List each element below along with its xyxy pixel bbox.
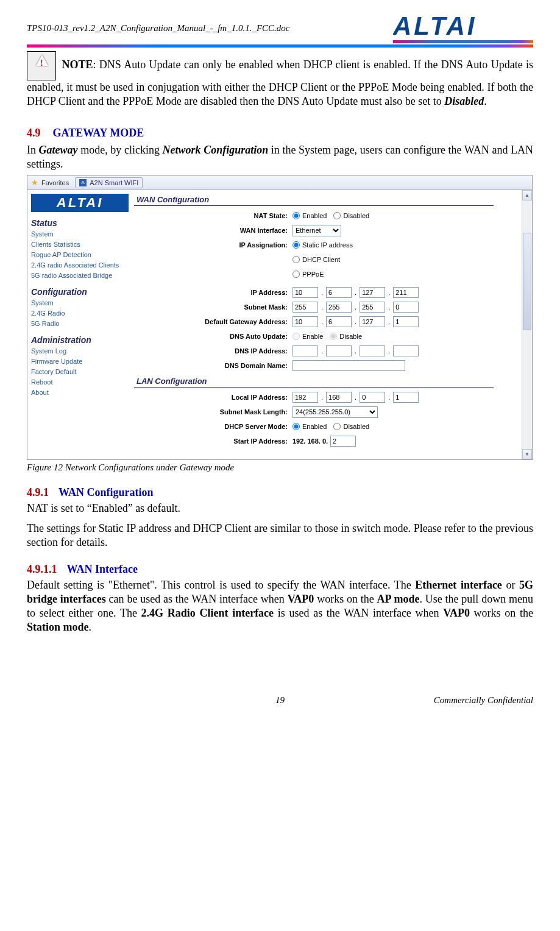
sidebar-heading-configuration: Configuration <box>31 287 134 297</box>
star-icon: ★ <box>30 178 40 188</box>
dns-auto-label: DNS Auto Update: <box>134 333 292 340</box>
note-disabled-word: Disabled <box>444 95 484 107</box>
nat-disabled-radio[interactable] <box>333 212 341 219</box>
sidebar-item-reboot[interactable]: Reboot <box>31 377 134 388</box>
subnet-octet-3[interactable] <box>360 302 385 313</box>
dns-ip-4[interactable] <box>393 345 419 356</box>
sidebar-item-5g-radio[interactable]: 5G Radio <box>31 319 134 329</box>
section-4-9-1-1-heading: 4.9.1.1 WAN Interface <box>27 563 533 576</box>
pppoe-text: PPPoE <box>302 271 324 278</box>
sidebar-item-24g-clients[interactable]: 2.4G radio Associated Clients <box>31 260 134 271</box>
nat-state-label: NAT State: <box>134 212 292 219</box>
dns-ip-1[interactable] <box>292 345 318 356</box>
pppoe-radio[interactable] <box>292 271 300 278</box>
browser-tab[interactable]: A A2N Smart WIFI <box>75 177 143 188</box>
page-footer: 19 Commercially Confidential <box>27 695 533 706</box>
sidebar-heading-status: Status <box>31 218 134 228</box>
subnet-octet-4[interactable] <box>393 302 419 313</box>
sidebar-item-firmware-update[interactable]: Firmware Update <box>31 356 134 367</box>
dns-enable-text: Enable <box>302 333 323 340</box>
wan-config-heading: WAN Configuration <box>134 194 494 206</box>
tab-title: A2N Smart WIFI <box>90 179 138 186</box>
sidebar-heading-administration: Administration <box>31 335 134 345</box>
sidebar-item-clients-statistics[interactable]: Clients Statistics <box>31 239 134 250</box>
embedded-screenshot: ★ Favorites A A2N Smart WIFI ALTAI Statu… <box>27 175 533 460</box>
sidebar-item-24g-radio[interactable]: 2.4G Radio <box>31 308 134 319</box>
section-4-9-intro: In Gateway mode, by clicking Network Con… <box>27 143 533 171</box>
dhcp-client-radio[interactable] <box>292 256 300 263</box>
gw-octet-4[interactable] <box>393 316 419 327</box>
dhcp-server-disabled-text: Disabled <box>343 423 369 430</box>
sidebar-item-rogue-ap[interactable]: Rogue AP Detection <box>31 250 134 260</box>
subsubsection-title: WAN Interface <box>67 563 138 575</box>
truncated-row <box>134 448 522 457</box>
scroll-up-icon[interactable]: ▲ <box>522 190 532 200</box>
subnet-mask-label: Subnet Mask: <box>134 303 292 311</box>
favorites-label: Favorites <box>41 179 69 186</box>
sidebar-item-factory-default[interactable]: Factory Default <box>31 367 134 377</box>
favorites-bar: ★ Favorites A A2N Smart WIFI <box>27 175 532 190</box>
ip-octet-4[interactable] <box>393 287 419 298</box>
main-panel: WAN Configuration NAT State: Enabled Dis… <box>134 190 522 459</box>
start-ip-last-octet[interactable] <box>330 436 356 447</box>
gw-octet-3[interactable] <box>360 316 385 327</box>
dhcp-server-disabled-radio[interactable] <box>333 423 341 430</box>
ip-address-label: IP Address: <box>134 289 292 296</box>
local-ip-4[interactable] <box>393 392 419 403</box>
subsection-number: 4.9.1 <box>27 486 49 498</box>
subnet-octet-2[interactable] <box>326 302 352 313</box>
dns-disable-radio[interactable] <box>330 333 337 340</box>
ip-assignation-label: IP Assignation: <box>134 241 292 249</box>
gw-octet-2[interactable] <box>326 316 352 327</box>
static-ip-radio[interactable] <box>292 241 300 249</box>
dns-disable-text: Disable <box>339 333 362 340</box>
dhcp-server-enabled-radio[interactable] <box>292 423 300 430</box>
ip-octet-2[interactable] <box>326 287 352 298</box>
document-id: TPS10-013_rev1.2_A2N_Configuration_Manua… <box>27 23 290 34</box>
wan-interface-label: WAN Interface: <box>134 227 292 234</box>
nat-enabled-radio[interactable] <box>292 212 300 219</box>
dns-ip-2[interactable] <box>326 345 352 356</box>
local-ip-2[interactable] <box>326 392 352 403</box>
favicon-icon: A <box>79 179 87 186</box>
gw-octet-1[interactable] <box>292 316 318 327</box>
local-ip-3[interactable] <box>360 392 385 403</box>
dns-ip-label: DNS IP Address: <box>134 347 292 355</box>
sidebar-item-system[interactable]: System <box>31 229 134 239</box>
nat-enabled-text: Enabled <box>302 212 327 219</box>
sidebar: ALTAI Status System Clients Statistics R… <box>27 190 134 459</box>
dns-domain-input[interactable] <box>292 360 405 371</box>
warning-icon <box>27 51 56 80</box>
wan-interface-select[interactable]: Ethernet <box>292 225 341 236</box>
local-ip-label: Local IP Address: <box>134 394 292 401</box>
section-number: 4.9 <box>27 127 41 139</box>
dns-domain-label: DNS Domain Name: <box>134 362 292 369</box>
scroll-thumb[interactable] <box>523 233 531 330</box>
lan-config-heading: LAN Configuration <box>134 375 494 388</box>
app-logo: ALTAI <box>31 194 129 212</box>
section-4-9-heading: 4.9 GATEWAY MODE <box>27 127 533 140</box>
sidebar-item-system-log[interactable]: System Log <box>31 346 134 356</box>
subnet-octet-1[interactable] <box>292 302 318 313</box>
sidebar-item-config-system[interactable]: System <box>31 298 134 308</box>
dhcp-client-text: DHCP Client <box>302 256 340 263</box>
scrollbar[interactable]: ▲ ▼ <box>522 190 532 459</box>
dns-enable-radio[interactable] <box>292 333 300 340</box>
nat-disabled-text: Disabled <box>343 212 369 219</box>
subnet-mask-length-select[interactable]: 24(255.255.255.0) <box>292 406 378 418</box>
sidebar-item-about[interactable]: About <box>31 388 134 398</box>
local-ip-1[interactable] <box>292 392 318 403</box>
gateway-label: Default Gateway Address: <box>134 318 292 325</box>
sidebar-item-5g-bridge[interactable]: 5G radio Associated Bridge <box>31 271 134 281</box>
section-4-9-1-p2: The settings for Static IP address and D… <box>27 522 533 550</box>
note-paragraph: NOTE: DNS Auto Update can only be enable… <box>27 51 533 108</box>
figure-caption: Figure 12 Network Configurations under G… <box>27 462 533 473</box>
ip-octet-3[interactable] <box>360 287 385 298</box>
start-ip-prefix: 192. 168. 0. <box>292 437 328 445</box>
scroll-down-icon[interactable]: ▼ <box>522 449 532 459</box>
dhcp-server-enabled-text: Enabled <box>302 423 327 430</box>
confidentiality-label: Commercially Confidential <box>411 695 533 706</box>
ip-octet-1[interactable] <box>292 287 318 298</box>
dns-ip-3[interactable] <box>360 345 385 356</box>
section-title: GATEWAY MODE <box>53 127 144 139</box>
